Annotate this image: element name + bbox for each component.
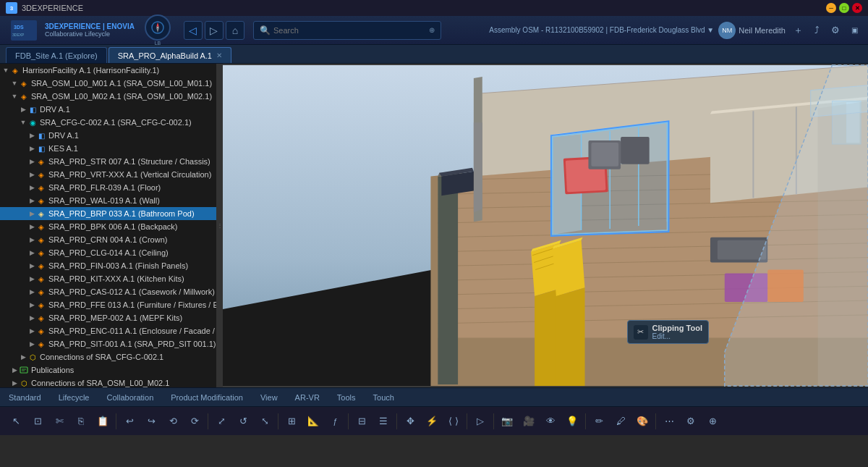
expand-drv[interactable]: ▶: [19, 105, 27, 114]
tree-item-drv-a1[interactable]: ▶ ◧ DRV A.1: [0, 103, 216, 116]
tab-alphabuild[interactable]: SRA_PRO_AlphaBuild A.1 ✕: [109, 47, 231, 63]
settings-icon[interactable]: ⚙: [827, 22, 843, 38]
tree-item-crown[interactable]: ▶ ◈ SRA_PRD_CRN 004 A.1 (Crown): [0, 233, 216, 246]
panel-resize-handle[interactable]: ⋮: [217, 64, 223, 387]
tb-arrow-right-btn[interactable]: ▷: [470, 411, 490, 432]
compass-icon[interactable]: [145, 14, 171, 41]
btab-lifecycle[interactable]: Lifecycle: [56, 392, 93, 403]
tree-item-casework[interactable]: ▶ ◈ SRA_PRD_CAS-012 A.1 (Casework / Mill…: [0, 285, 216, 298]
tb-list-btn[interactable]: ☰: [373, 411, 393, 432]
tb-table-btn[interactable]: ⊟: [352, 411, 372, 432]
tree-item-structure[interactable]: ▶ ◈ SRA_PRD_STR 007 A.1 (Structure / Cha…: [0, 155, 216, 168]
tb-fit-btn[interactable]: ⊡: [27, 411, 48, 432]
expand-conn-cfg[interactable]: ▶: [19, 353, 27, 361]
tb-grid-btn[interactable]: ⊞: [281, 411, 302, 432]
tb-rotate-btn[interactable]: ↺: [233, 411, 253, 432]
expand-backpack[interactable]: ▶: [27, 222, 36, 231]
tree-item-ceiling[interactable]: ▶ ◈ SRA_PRD_CLG-014 A.1 (Ceiling): [0, 246, 216, 259]
btab-collaboration[interactable]: Collaboration: [103, 392, 156, 403]
expand-mepf[interactable]: ▶: [27, 314, 36, 322]
tb-more-btn[interactable]: ⋯: [659, 411, 679, 432]
tb-eye-btn[interactable]: 👁: [540, 411, 561, 432]
tree-item-publications[interactable]: ▶ Publications: [0, 363, 216, 376]
tree-item-sra-osm-l00-m01[interactable]: ▼ ◈ SRA_OSM_L00_M01 A.1 (SRA_OSM_L00_M01…: [0, 77, 216, 90]
tree-item-kitchen[interactable]: ▶ ◈ SRA_PRD_KIT-XXX A.1 (Kitchen Kits): [0, 272, 216, 285]
search-bar[interactable]: 🔍 ⊕: [253, 21, 441, 40]
tb-select-btn[interactable]: ↖: [6, 411, 26, 432]
tb-calc-btn[interactable]: ⟨ ⟩: [443, 411, 464, 432]
forward-button[interactable]: ▷: [205, 21, 224, 40]
expand-sra-osm-m01[interactable]: ▼: [10, 79, 19, 88]
tb-settings-btn[interactable]: ⚙: [681, 411, 701, 432]
tab-close-icon[interactable]: ✕: [216, 51, 222, 59]
tb-measure-btn[interactable]: 📐: [303, 411, 323, 432]
tree-item-backpack[interactable]: ▶ ◈ SRA_PRD_BPK 006 A.1 (Backpack): [0, 220, 216, 233]
tab-explore[interactable]: FDB_Site A.1 (Explore): [6, 47, 107, 63]
tree-item-drv-nested[interactable]: ▶ ◧ DRV A.1: [0, 129, 216, 142]
tb-param-btn[interactable]: ⚡: [422, 411, 442, 432]
expand-ceiling[interactable]: ▶: [27, 248, 36, 257]
tree-item-furniture[interactable]: ▶ ◈ SRA_PRD_FFE 013 A.1 (Furniture / Fix…: [0, 298, 216, 311]
minimize-button[interactable]: ─: [826, 3, 836, 13]
expand-crown[interactable]: ▶: [27, 235, 36, 244]
btab-arvr[interactable]: AR-VR: [292, 392, 323, 403]
tb-paste-btn[interactable]: 📋: [93, 411, 113, 432]
tb-end-btn[interactable]: ⊕: [702, 411, 723, 432]
expand-wall[interactable]: ▶: [27, 196, 36, 205]
back-button[interactable]: ◁: [184, 21, 203, 40]
expand-site[interactable]: ▶: [27, 340, 36, 348]
expand-structure[interactable]: ▶: [27, 157, 36, 166]
collapse-icon[interactable]: ▣: [846, 22, 862, 38]
home-button[interactable]: ⌂: [226, 21, 244, 40]
tree-item-wall[interactable]: ▶ ◈ SRA_PRD_WAL-019 A.1 (Wall): [0, 194, 216, 207]
tb-color-btn[interactable]: 🎨: [632, 411, 652, 432]
tree-item-floor[interactable]: ▶ ◈ SRA_PRD_FLR-039 A.1 (Floor): [0, 181, 216, 194]
clipping-tool-edit[interactable]: Edit...: [652, 332, 702, 340]
tb-pen1-btn[interactable]: ✏: [589, 411, 609, 432]
btab-tools[interactable]: Tools: [334, 392, 359, 403]
close-button[interactable]: ✕: [852, 3, 862, 13]
tree-item-harrisonFacility[interactable]: ▼ ◈ HarrisonFacility A.1 (HarrisonFacili…: [0, 64, 216, 77]
expand-furniture[interactable]: ▶: [27, 300, 36, 309]
tb-move-btn[interactable]: ⤢: [211, 411, 231, 432]
share-icon[interactable]: ⤴: [809, 22, 825, 38]
expand-finish[interactable]: ▶: [27, 261, 36, 270]
tb-cam1-btn[interactable]: 📷: [497, 411, 517, 432]
add-icon[interactable]: ＋: [790, 22, 806, 38]
btab-view[interactable]: View: [258, 392, 281, 403]
btab-product-mod[interactable]: Product Modification: [168, 392, 246, 403]
tree-item-connections-osm[interactable]: ▶ ⬡ Connections of SRA_OSM_L00_M02.1: [0, 376, 216, 387]
search-input[interactable]: [273, 26, 426, 35]
tb-cut-btn[interactable]: ✄: [49, 411, 69, 432]
expand-kes[interactable]: ▶: [27, 144, 36, 153]
expand-harrisonFacility[interactable]: ▼: [1, 66, 10, 75]
tb-scale-btn[interactable]: ⤡: [255, 411, 275, 432]
tb-undo2-btn[interactable]: ⟲: [163, 411, 183, 432]
tb-redo-btn[interactable]: ↪: [141, 411, 161, 432]
tb-cam2-btn[interactable]: 🎥: [519, 411, 539, 432]
tree-item-enclosure[interactable]: ▶ ◈ SRA_PRD_ENC-011 A.1 (Enclosure / Fac…: [0, 324, 216, 337]
tree-item-site[interactable]: ▶ ◈ SRA_PRD_SIT-001 A.1 (SRA_PRD_SIT 001…: [0, 337, 216, 350]
maximize-button[interactable]: □: [839, 3, 849, 13]
tree-item-bathroom-pod[interactable]: ▶ ◈ SRA_PRD_BRP 033 A.1 (Bathroom Pod): [0, 207, 216, 220]
tb-undo-btn[interactable]: ↩: [119, 411, 140, 432]
expand-floor[interactable]: ▶: [27, 183, 36, 192]
expand-conn-osm[interactable]: ▶: [10, 379, 19, 387]
tree-item-kes[interactable]: ▶ ◧ KES A.1: [0, 142, 216, 155]
expand-publications[interactable]: ▶: [10, 366, 19, 374]
tb-light-btn[interactable]: 💡: [562, 411, 582, 432]
tree-item-connections-cfg[interactable]: ▶ ⬡ Connections of SRA_CFG-C-002.1: [0, 350, 216, 363]
expand-enclosure[interactable]: ▶: [27, 327, 36, 335]
expand-cfg[interactable]: ▼: [19, 118, 27, 127]
tree-item-sra-osm-l00-m02[interactable]: ▼ ◈ SRA_OSM_L00_M02 A.1 (SRA_OSM_L00_M02…: [0, 90, 216, 103]
tree-item-sra-cfg[interactable]: ▼ ◉ SRA_CFG-C-002 A.1 (SRA_CFG-C-002.1): [0, 116, 216, 129]
tb-formula-btn[interactable]: ƒ: [325, 411, 345, 432]
compass-widget[interactable]: LB: [145, 14, 171, 46]
tb-manip-btn[interactable]: ✥: [400, 411, 420, 432]
tb-pen2-btn[interactable]: 🖊: [610, 411, 631, 432]
tree-item-mepf[interactable]: ▶ ◈ SRA_PRD_MEP-002 A.1 (MEPF Kits): [0, 311, 216, 324]
tree-item-vertical-circ[interactable]: ▶ ◈ SRA_PRD_VRT-XXX A.1 (Vertical Circul…: [0, 168, 216, 181]
expand-vertical-circ[interactable]: ▶: [27, 170, 36, 179]
btab-standard[interactable]: Standard: [6, 392, 44, 403]
expand-drv-nested[interactable]: ▶: [27, 131, 36, 140]
